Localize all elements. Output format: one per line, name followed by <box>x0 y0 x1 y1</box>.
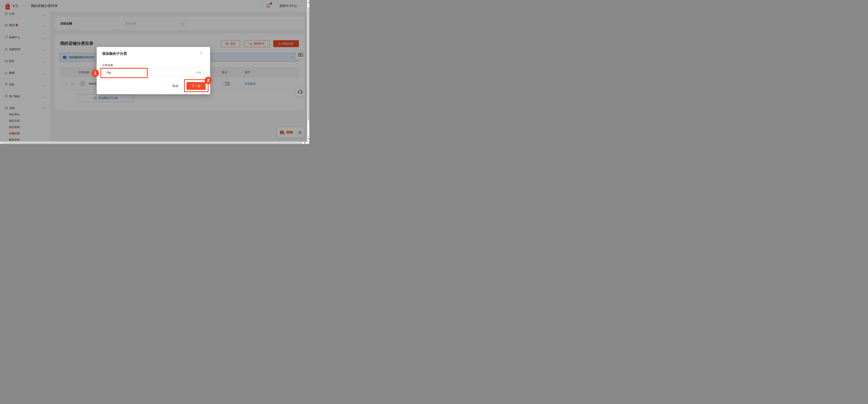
annotation-badge-step1: 1 <box>92 69 99 77</box>
scroll-up-arrow[interactable] <box>308 2 309 3</box>
vertical-scrollbar[interactable] <box>307 0 309 142</box>
scrollbar-corner <box>307 142 309 144</box>
char-counter: 3/40 <box>196 69 201 76</box>
annotation-rect-step1 <box>100 68 148 78</box>
seller-center-page: S 首页 › 我的店铺分类目录 卖家学习中心 订单 <box>0 0 309 144</box>
category-name-label: 分类名称 <box>102 64 113 67</box>
annotation-badge-step2: 2 <box>205 77 212 84</box>
scroll-down-arrow[interactable] <box>308 138 309 140</box>
vertical-scroll-thumb[interactable] <box>308 7 309 121</box>
modal-title: 添加新的子分类 <box>102 51 127 56</box>
horizontal-scrollbar[interactable] <box>0 142 307 144</box>
scroll-right-arrow[interactable] <box>304 142 306 144</box>
modal-close-icon[interactable]: × <box>200 50 203 56</box>
cancel-button[interactable]: 取消 <box>168 82 183 90</box>
scroll-left-arrow[interactable] <box>1 142 2 144</box>
horizontal-scroll-thumb[interactable] <box>3 142 303 144</box>
